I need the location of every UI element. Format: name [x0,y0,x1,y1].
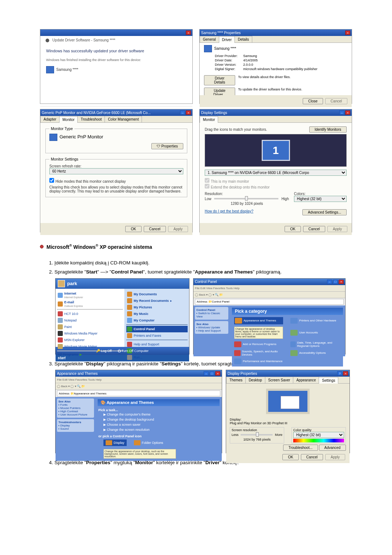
tab-screensaver[interactable]: Screen Saver [265,377,294,383]
minimize-icon[interactable]: – [339,110,344,115]
tab-driver[interactable]: Driver [219,36,235,43]
start-item-control-panel[interactable]: Control Panel [126,326,188,332]
menu-bar[interactable]: File Edit View Favorites Tools Help [193,285,345,292]
start-item[interactable]: E-mailOutlook Express [57,300,123,308]
cat-appearance[interactable]: Appearance and Themes [234,317,283,324]
monitor-canvas[interactable]: 1 [205,134,347,167]
windows-update[interactable]: Windows Update [198,326,220,329]
close-icon[interactable]: × [339,280,344,284]
toolbar[interactable]: ◯ Back ▾ ◯ ▾ 🔍 📁 [56,383,222,390]
minimize-icon[interactable]: – [327,280,332,284]
troubleshoot-button[interactable]: Troubleshoot... [283,445,318,451]
start-item[interactable]: Help and Support [126,341,188,348]
minimize-icon[interactable]: – [204,371,209,376]
cat-addremove[interactable]: Add or Remove Programs [234,341,283,348]
start-item[interactable]: Windows Movie Maker [57,343,123,350]
close-icon[interactable]: × [345,110,350,115]
address-bar[interactable]: Address 📁 Control Panel [195,299,344,305]
side-link[interactable]: User Account Picture [60,413,87,416]
tab-adapter[interactable]: Adapter [40,116,60,122]
ok-button[interactable]: OK [125,226,141,232]
resolution-slider[interactable] [241,434,273,436]
task-link[interactable]: ▶ Change the screen resolution [98,427,219,432]
refresh-rate-select[interactable]: 60 Hertz [49,168,183,174]
task-link[interactable]: ▶ Change the desktop background [98,417,219,422]
help-support[interactable]: Help and Support [198,329,221,332]
tab-troubleshoot[interactable]: Troubleshoot [77,116,105,122]
cat-date[interactable]: Date, Time, Language, and Regional Optio… [290,341,339,348]
help-link[interactable]: How do I get the best display? [205,209,253,215]
start-item[interactable]: My Pictures [126,304,188,311]
start-item[interactable]: Windows Media Player [57,330,123,337]
hide-modes-checkbox[interactable] [49,178,54,183]
start-item[interactable]: My Recent Documents ▸ [126,297,188,304]
identify-button[interactable]: Identify Monitors [309,126,347,133]
task-link[interactable]: ▶ Change the computer's theme [98,412,219,417]
tab-settings[interactable]: Settings [319,377,338,384]
start-item[interactable]: Notepad [57,317,123,324]
start-item[interactable]: Run... [126,354,188,361]
all-programs[interactable]: All Programs ▶ [57,352,123,357]
cat-sounds[interactable]: Sounds, Speech, and Audio Devices [234,350,283,356]
start-item[interactable]: InternetInternet Explorer [57,291,123,300]
start-item[interactable]: My Music [126,311,188,317]
tab-details[interactable]: Details [234,36,252,42]
start-item[interactable]: MSN Explorer [57,337,123,343]
start-item[interactable]: HCT 10.0 [57,311,123,317]
minimize-icon[interactable]: – [180,110,185,115]
colors-select[interactable]: Highest (32 bit) [294,196,347,202]
help-icon[interactable]: ? [337,371,342,376]
side-link[interactable]: Display [60,424,70,427]
close-button[interactable]: Close [303,98,323,104]
cp-icon-display[interactable]: Display [103,439,127,446]
address-bar[interactable]: Address 📁 Appearance and Themes [57,390,220,396]
apply-button[interactable]: Apply [325,454,345,460]
apply-button[interactable]: Apply [327,226,347,232]
cat-users[interactable]: User Accounts [290,327,339,339]
start-button[interactable]: start [58,356,66,360]
cat-access[interactable]: Accessibility Options [290,350,339,356]
close-icon[interactable]: × [186,110,191,115]
close-icon[interactable]: × [345,31,350,35]
start-item[interactable]: Printers and Faxes [126,332,188,339]
display-select[interactable]: 1. Samsung **** on NVIDIA GeForce 6600 L… [205,170,347,176]
cat-perf[interactable]: Performance and Maintenance [234,358,283,364]
tab-themes[interactable]: Themes [226,377,246,383]
side-link[interactable]: Fonts [60,403,68,406]
maximize-icon[interactable]: □ [333,280,338,284]
driver-details-button[interactable]: Driver Details [204,75,235,85]
switch-view[interactable]: Switch to Classic View [196,312,220,318]
cancel-button[interactable]: Cancel [303,226,325,232]
tab-appearance[interactable]: Appearance [293,377,319,383]
start-item[interactable]: My Documents [126,291,188,297]
tab-monitor[interactable]: Monitor [59,116,78,123]
side-link[interactable]: Sound [60,427,69,430]
toolbar[interactable]: ◯ Back ▾ ◯ ▾ 🔍 📁 [193,292,345,298]
cancel-button[interactable]: Cancel [144,226,166,232]
cat-printers[interactable]: Printers and Other Hardware [290,317,339,324]
start-item[interactable]: Paint [57,324,123,330]
monitor-icon[interactable]: 1 [262,140,290,161]
tab-color-mgmt[interactable]: Color Management [105,116,142,122]
ok-button[interactable]: OK [282,454,298,460]
side-link[interactable]: High Contrast [60,410,78,413]
properties-button[interactable]: 🛡 Properties [151,143,183,149]
advanced-button[interactable]: Advanced [319,445,346,451]
task-link[interactable]: ▶ Choose a screen saver [98,422,219,427]
close-icon[interactable]: × [343,371,348,376]
tab-monitor[interactable]: Monitor [200,116,218,123]
advanced-button[interactable]: Advanced Settings... [302,209,347,215]
cancel-button[interactable]: Cancel [301,454,323,460]
color-select[interactable]: Highest (32 bit) [293,432,344,438]
turnoff[interactable]: ⏻ Turn Off Computer [118,349,149,353]
resolution-slider[interactable] [214,198,278,199]
maximize-icon[interactable]: □ [209,371,215,376]
start-item[interactable]: My Computer [126,317,188,324]
tab-general[interactable]: General [200,36,219,42]
close-icon[interactable]: × [186,31,191,35]
apply-button[interactable]: Apply [168,226,188,232]
cancel-button[interactable]: Cancel [325,98,347,104]
update-driver-button[interactable]: Update Driver... [204,88,235,95]
ok-button[interactable]: OK [285,226,301,232]
close-icon[interactable]: × [215,371,220,376]
